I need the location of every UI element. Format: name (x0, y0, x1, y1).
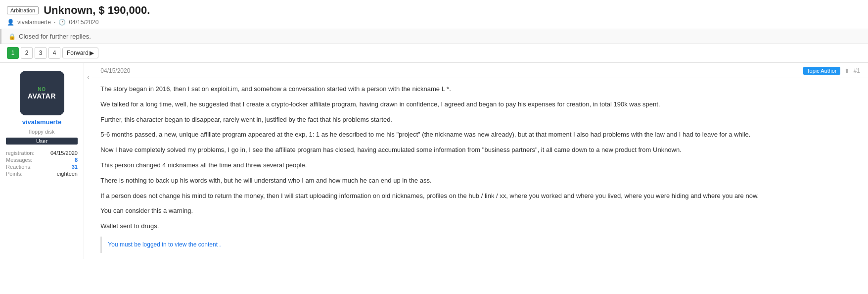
post-date: 04/15/2020 (100, 67, 130, 74)
post-para-3: 5-6 months passed, a new, unique affilia… (100, 130, 860, 140)
post-quote: You must be logged in to view the conten… (100, 237, 860, 253)
author-name[interactable]: vivalamuerte (22, 118, 62, 126)
thread-author: vivalamuerte (17, 19, 51, 26)
thread-title: Unknown, $ 190,000. (44, 4, 150, 17)
post-actions: Topic Author ⬆ #1 (803, 67, 860, 75)
page-wrapper: Arbitration Unknown, $ 190,000. 👤 vivala… (0, 0, 868, 294)
lock-icon: 🔒 (8, 33, 16, 40)
avatar-main-text: AVATAR (28, 92, 56, 100)
stat-registration-value: 04/15/2020 (50, 150, 78, 156)
stat-registration: registration: 04/15/2020 (6, 149, 78, 156)
thread-title-row: Arbitration Unknown, $ 190,000. (7, 4, 861, 17)
post-para-4: Now I have completely solved my problems… (100, 145, 860, 155)
avatar-no-text: NO (38, 87, 46, 92)
post-body: The story began in 2016, then I sat on e… (92, 78, 868, 259)
tag-arbitration: Arbitration (7, 6, 39, 14)
post-content: 04/15/2020 Topic Author ⬆ #1 The story b… (92, 63, 868, 259)
thread-date: 04/15/2020 (69, 19, 98, 26)
post-para-1: We talked for a long time, well, he sugg… (100, 99, 860, 110)
post-para-0: The story began in 2016, then I sat on e… (100, 84, 860, 95)
forward-label: Forward (67, 49, 89, 56)
post-para-8: You can consider this a warning. (100, 206, 860, 216)
stat-reactions: Reactions: 31 (6, 163, 78, 170)
post-para-7: If a person does not change his mind to … (100, 191, 860, 201)
author-role: User (6, 138, 78, 145)
page-btn-2[interactable]: 2 (21, 47, 33, 59)
stat-messages: Messages: 8 (6, 156, 78, 163)
share-icon[interactable]: ⬆ (844, 67, 850, 75)
post-para-9: Wallet sent to drugs. (100, 221, 860, 232)
meta-separator: · (54, 19, 55, 26)
page-btn-4[interactable]: 4 (48, 47, 60, 59)
post-para-5: This person changed 4 nicknames all the … (100, 160, 860, 171)
stat-messages-label: Messages: (6, 157, 32, 163)
closed-notice: 🔒 Closed for further replies. (0, 29, 868, 44)
author-subtitle: floppy disk (29, 129, 55, 135)
page-btn-3[interactable]: 3 (35, 47, 46, 59)
page-btn-1[interactable]: 1 (7, 47, 19, 59)
stat-reactions-value: 31 (72, 164, 78, 170)
stat-registration-label: registration: (6, 150, 34, 156)
arrow-right-icon: ▶ (90, 49, 94, 56)
avatar: NO AVATAR (20, 71, 64, 115)
closed-text: Closed for further replies. (19, 33, 91, 40)
pagination-bar: 1 2 3 4 Forward ▶ (0, 44, 868, 62)
topic-author-badge: Topic Author (803, 67, 840, 75)
post-container: NO AVATAR vivalamuerte floppy disk User … (0, 62, 868, 259)
thread-meta: 👤 vivalamuerte · 🕐 04/15/2020 (7, 19, 861, 26)
stat-points: Points: eighteen (6, 170, 78, 177)
thread-header: Arbitration Unknown, $ 190,000. 👤 vivala… (0, 0, 868, 29)
post-para-2: Further, this character began to disappe… (100, 115, 860, 125)
post-para-6: There is nothing to back up his words wi… (100, 176, 860, 186)
author-stats: registration: 04/15/2020 Messages: 8 Rea… (6, 149, 78, 177)
post-number: #1 (854, 67, 860, 74)
stat-messages-value: 8 (75, 157, 78, 163)
author-sidebar: NO AVATAR vivalamuerte floppy disk User … (0, 63, 84, 259)
quote-login-link[interactable]: You must be logged in to view the conten… (108, 241, 221, 248)
post-header: 04/15/2020 Topic Author ⬆ #1 (92, 63, 868, 78)
stat-points-value: eighteen (57, 171, 78, 177)
clock-icon: 🕐 (58, 19, 66, 26)
user-icon: 👤 (7, 19, 14, 26)
stat-reactions-label: Reactions: (6, 164, 32, 170)
stat-points-label: Points: (6, 171, 23, 177)
collapse-arrow[interactable]: ‹ (84, 73, 92, 82)
forward-button[interactable]: Forward ▶ (62, 48, 98, 58)
